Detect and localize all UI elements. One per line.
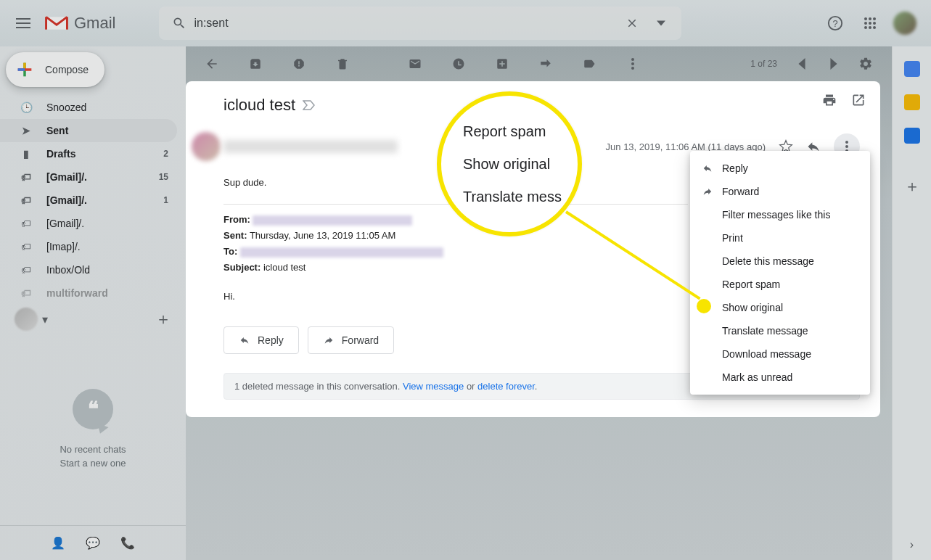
apps-grid-icon[interactable]: [856, 9, 885, 38]
hangouts-icon[interactable]: 💬: [86, 536, 100, 550]
mark-unread-button[interactable]: [401, 49, 430, 78]
important-marker-icon[interactable]: [303, 100, 316, 110]
svg-rect-2: [16, 27, 30, 28]
sidebar-item-snoozed[interactable]: 🕒Snoozed: [0, 96, 177, 119]
chevron-down-icon[interactable]: ▾: [42, 313, 48, 326]
sidebar-item-sent[interactable]: ➤Sent: [0, 119, 177, 142]
hangouts-line2: Start a new one: [60, 456, 126, 471]
hangouts-line1: No recent chats: [60, 442, 126, 457]
hangouts-quote-icon: ❝: [73, 389, 113, 429]
sidebar-item-drafts[interactable]: ▮Drafts2: [0, 142, 177, 165]
message-toolbar: 1 of 23: [186, 46, 892, 81]
delete-forever-link[interactable]: delete forever: [477, 381, 535, 392]
svg-point-15: [873, 26, 876, 29]
sidebar-item-inbox-old[interactable]: 🏷Inbox/Old: [0, 258, 177, 281]
menu-item-report-spam[interactable]: Report spam: [690, 273, 870, 296]
page-count: 1 of 23: [750, 59, 777, 69]
svg-rect-4: [66, 17, 68, 29]
svg-point-10: [864, 22, 867, 25]
label-icon: 🏷: [19, 287, 33, 299]
archive-button[interactable]: [241, 49, 270, 78]
get-addons-button[interactable]: ＋: [904, 176, 920, 197]
hide-side-panel-button[interactable]: ›: [910, 538, 914, 551]
back-button[interactable]: [197, 49, 226, 78]
label-icon: 🏷: [19, 171, 33, 183]
sidebar-item-gmail-3[interactable]: 🏷[Gmail]/.: [0, 212, 177, 235]
app-root: Gmail ?: [0, 0, 931, 560]
more-button[interactable]: [618, 49, 647, 78]
sender-avatar[interactable]: [192, 132, 221, 161]
svg-point-9: [873, 17, 876, 20]
svg-point-13: [864, 26, 867, 29]
snooze-button[interactable]: [444, 49, 473, 78]
account-avatar[interactable]: [890, 9, 919, 38]
sender-name-redacted: [223, 140, 398, 153]
menu-item-delete[interactable]: Delete this message: [690, 250, 870, 273]
label-icon: 🏷: [19, 264, 33, 276]
labels-button[interactable]: [575, 49, 604, 78]
forwarded-block: From: Sent: Thursday, June 13, 2019 11:0…: [223, 204, 688, 305]
reply-button[interactable]: Reply: [223, 326, 299, 354]
svg-point-14: [869, 26, 871, 29]
svg-rect-1: [16, 22, 30, 24]
reply-icon: [702, 163, 722, 173]
move-to-button[interactable]: [531, 49, 560, 78]
sidebar-item-multiforward[interactable]: 🏷multiforward: [0, 281, 177, 305]
send-icon: ➤: [19, 125, 33, 136]
message-more-menu: Reply Forward Filter messages like this …: [690, 151, 870, 395]
menu-item-print[interactable]: Print: [690, 226, 870, 250]
add-to-tasks-button[interactable]: [488, 49, 517, 78]
sidebar-item-gmail-2[interactable]: 🏷[Gmail]/.1: [0, 189, 177, 212]
search-input[interactable]: [194, 17, 618, 30]
label-icon: 🏷: [19, 241, 33, 252]
support-icon[interactable]: ?: [821, 9, 850, 38]
message-subject: icloud test: [223, 96, 295, 115]
menu-item-translate[interactable]: Translate message: [690, 319, 870, 342]
menu-item-filter[interactable]: Filter messages like this: [690, 203, 870, 226]
sidebar-item-imap[interactable]: 🏷[Imap]/.: [0, 235, 177, 258]
highlight-dot: [697, 299, 711, 313]
search-bar: [159, 7, 681, 40]
hangouts-panel: ❝ No recent chats Start a new one: [0, 334, 186, 525]
menu-item-show-original[interactable]: Show original: [690, 296, 870, 319]
clock-icon: 🕒: [19, 102, 33, 113]
menu-item-mark-unread[interactable]: Mark as unread: [690, 366, 870, 389]
menu-item-reply[interactable]: Reply: [690, 157, 870, 180]
forward-button[interactable]: Forward: [308, 326, 394, 354]
new-chat-button[interactable]: ＋: [155, 308, 171, 330]
compose-button[interactable]: Compose: [6, 52, 104, 87]
settings-button[interactable]: [851, 49, 880, 78]
tasks-addon[interactable]: [904, 128, 920, 144]
print-button[interactable]: [822, 93, 837, 107]
older-button[interactable]: [819, 49, 848, 78]
menu-item-download[interactable]: Download message: [690, 342, 870, 366]
hangouts-avatar[interactable]: [15, 308, 38, 331]
open-in-new-button[interactable]: [851, 93, 866, 107]
menu-item-forward[interactable]: Forward: [690, 180, 870, 203]
report-spam-button[interactable]: [284, 49, 313, 78]
svg-point-17: [631, 62, 634, 65]
side-panel: ＋ ›: [892, 46, 931, 560]
person-icon[interactable]: 👤: [51, 536, 65, 550]
highlight-circle: Report spam Show original Translate mess: [437, 91, 582, 236]
label-icon: 🏷: [19, 218, 33, 229]
svg-point-16: [631, 58, 634, 61]
keep-addon[interactable]: [904, 94, 920, 110]
delete-button[interactable]: [328, 49, 357, 78]
svg-point-18: [631, 67, 634, 70]
phone-icon[interactable]: 📞: [120, 536, 135, 550]
view-message-link[interactable]: View message: [403, 381, 464, 392]
calendar-addon[interactable]: [904, 61, 920, 77]
clear-search-icon[interactable]: [618, 17, 647, 30]
svg-point-12: [873, 22, 876, 25]
gmail-logo[interactable]: Gmail: [44, 14, 115, 33]
sidebar: Compose 🕒Snoozed ➤Sent ▮Drafts2 🏷[Gmail]…: [0, 46, 186, 560]
newer-button[interactable]: [787, 49, 816, 78]
search-options-dropdown-icon[interactable]: [647, 19, 676, 28]
svg-text:?: ?: [832, 18, 837, 29]
svg-point-8: [869, 17, 871, 20]
search-icon[interactable]: [165, 16, 194, 30]
sidebar-item-gmail-1[interactable]: 🏷[Gmail]/.15: [0, 165, 177, 189]
forward-icon: [702, 186, 722, 197]
main-menu-button[interactable]: [6, 6, 41, 41]
